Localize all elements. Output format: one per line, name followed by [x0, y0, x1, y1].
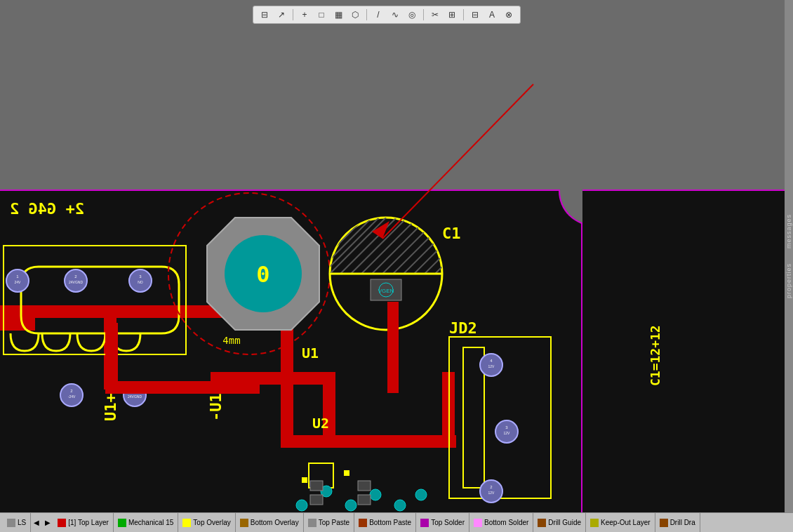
top-layer-color — [58, 519, 66, 527]
line-tool[interactable]: / — [371, 8, 385, 22]
status-bottom-solder[interactable]: Bottom Solder — [469, 513, 533, 532]
via-5 — [394, 500, 406, 511]
target-tool[interactable]: ◎ — [405, 8, 419, 22]
c1-label: C1 — [442, 225, 461, 242]
top-paste-color — [308, 519, 316, 527]
text-tool[interactable]: A — [485, 8, 499, 22]
toolbar-sep-3 — [423, 9, 424, 20]
top-paste-label: Top Paste — [319, 519, 349, 526]
svg-line-13 — [330, 218, 365, 253]
yellow-connector-outline — [21, 267, 179, 333]
bottom-solder-color — [474, 519, 482, 527]
grid-tool[interactable]: ⊟ — [468, 8, 482, 22]
left-label1: U1+ — [102, 393, 119, 421]
pcb-svg: 0 4mm — [0, 0, 786, 512]
keepout-label: Keep-Out Layer — [601, 519, 651, 526]
svg-line-1 — [340, 218, 396, 274]
status-top-layer[interactable]: [1] Top Layer — [53, 513, 114, 532]
status-bar: LS ◀ ▶ [1] Top Layer Mechanical 15 Top O… — [0, 512, 793, 532]
top-overlay-label: Top Overlay — [193, 519, 230, 526]
toolbar-sep-1 — [293, 9, 293, 20]
polygon-tool[interactable]: ⬡ — [348, 8, 362, 22]
via-3 — [345, 500, 356, 511]
smd-pad-3 — [358, 481, 371, 491]
rect-tool[interactable]: □ — [314, 8, 328, 22]
u2-dot — [344, 470, 349, 476]
status-drill-draw[interactable]: Drill Dra — [655, 513, 700, 532]
connector-bump3 — [77, 333, 105, 351]
top-solder-color — [420, 519, 429, 527]
smd-pad-1 — [310, 481, 323, 491]
svg-line-7 — [404, 235, 442, 274]
toolbar-sep-2 — [366, 9, 367, 20]
pcb-canvas: 0 4mm — [0, 0, 786, 512]
status-drill-guide[interactable]: Drill Guide — [533, 513, 586, 532]
bottom-overlay-color — [240, 519, 248, 527]
pad-1-label2: 24V — [15, 280, 22, 284]
via-4 — [370, 489, 381, 500]
select-tool[interactable]: ↗ — [274, 8, 288, 22]
measurement-text: 4mm — [222, 335, 240, 346]
pad-8-label2: 24VGND — [128, 394, 142, 399]
svg-line-14 — [330, 218, 358, 246]
status-mechanical[interactable]: Mechanical 15 — [114, 513, 178, 532]
properties-label: properties — [785, 263, 792, 298]
red-trace-h2 — [0, 318, 35, 331]
u2-label: U2 — [312, 415, 329, 432]
smd-pad-4 — [358, 495, 371, 505]
status-ls: LS — [3, 513, 31, 532]
status-top-overlay[interactable]: Top Overlay — [178, 513, 235, 532]
drill-guide-label: Drill Guide — [548, 519, 581, 526]
right-panel: messages properties — [785, 0, 793, 512]
status-top-solder[interactable]: Top Solder — [416, 513, 469, 532]
circle-x-tool[interactable]: ⊗ — [502, 8, 516, 22]
pad-2-label2: 24VGND — [69, 280, 83, 284]
bottom-paste-color — [359, 519, 367, 527]
bottom-overlay-label: Bottom Overlay — [251, 519, 299, 526]
drill-draw-color — [660, 519, 668, 527]
drill-draw-label: Drill Dra — [670, 519, 695, 526]
pad-5-label2: 12V — [504, 431, 511, 435]
red-trace-h3 — [281, 435, 456, 448]
bottom-solder-label: Bottom Solder — [484, 519, 528, 526]
keepout-color — [590, 519, 599, 527]
via-6 — [415, 489, 427, 500]
messages-label: messages — [785, 214, 792, 248]
red-trace-h5 — [105, 381, 260, 394]
c1-pad-text: VGEN — [378, 288, 394, 294]
red-trace-v6 — [387, 302, 399, 393]
u1-value-label: 0 — [256, 261, 269, 288]
u2-dot2 — [302, 477, 307, 483]
chart-tool[interactable]: ▦ — [331, 8, 345, 22]
cut-tool[interactable]: ✂ — [428, 8, 442, 22]
status-keepout[interactable]: Keep-Out Layer — [586, 513, 655, 532]
connector-bump2 — [42, 333, 70, 351]
svg-line-5 — [382, 218, 439, 274]
red-arrow-line — [382, 84, 533, 239]
wave-tool[interactable]: ∿ — [388, 8, 402, 22]
add-tool[interactable]: + — [298, 8, 312, 22]
status-bottom-paste[interactable]: Bottom Paste — [354, 513, 416, 532]
frame-tool[interactable]: ⊞ — [445, 8, 459, 22]
right-voltage-label: C1=12+12 — [648, 325, 662, 386]
ls-label: LS — [18, 519, 26, 526]
svg-line-4 — [372, 218, 428, 274]
toolbar: ⊟ ↗ + □ ▦ ⬡ / ∿ ◎ ✂ ⊞ ⊟ A ⊗ — [253, 6, 521, 24]
mechanical-label: Mechanical 15 — [128, 519, 173, 526]
pad-6-label2: 12V — [488, 491, 495, 495]
svg-line-17 — [330, 218, 337, 225]
smd-pad-2 — [310, 495, 323, 505]
status-top-paste[interactable]: Top Paste — [304, 513, 354, 532]
voltage-label-top: 2+ G4G 2 — [10, 200, 84, 218]
top-solder-label: Top Solder — [431, 519, 465, 526]
red-trace-v5 — [105, 323, 118, 393]
svg-line-9 — [425, 256, 442, 274]
filter-tool[interactable]: ⊟ — [258, 8, 272, 22]
jd2-label: JD2 — [449, 319, 477, 337]
status-bottom-overlay[interactable]: Bottom Overlay — [236, 513, 304, 532]
ls-color — [7, 519, 15, 527]
status-prev[interactable]: ◀ — [31, 519, 42, 526]
u1-label: U1 — [302, 345, 319, 361]
status-next[interactable]: ▶ — [42, 519, 53, 526]
svg-line-6 — [393, 225, 442, 274]
